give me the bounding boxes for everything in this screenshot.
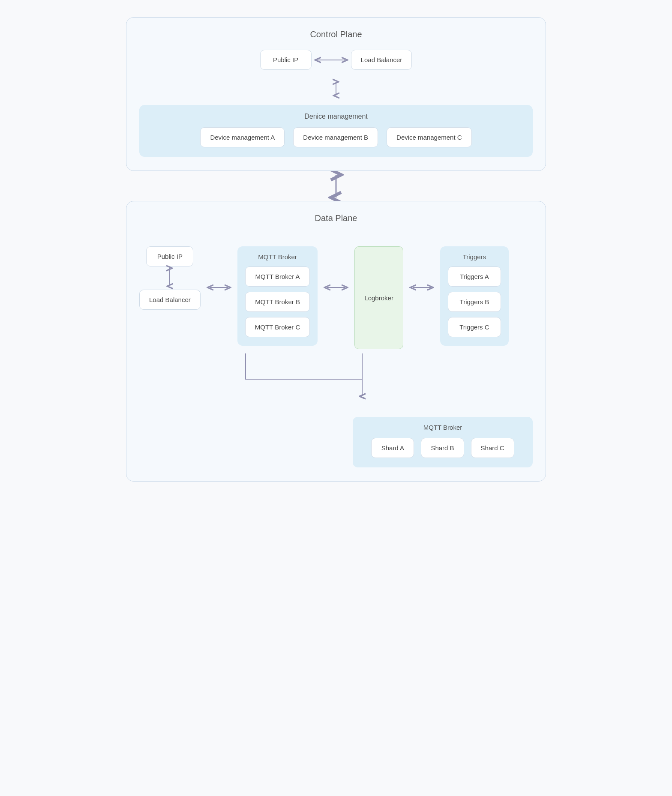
dp-mqtt-lb-arrow [325, 283, 347, 292]
data-plane-label: Data Plane [139, 213, 533, 223]
shard-group: MQTT Broker Shard A Shard B Shard C [353, 417, 533, 467]
device-management-items: Device management A Device management B … [149, 127, 523, 147]
cp-public-ip: Public IP [260, 50, 312, 70]
device-management-a: Device management A [200, 127, 285, 147]
shard-b: Shard B [421, 438, 464, 458]
device-management-b: Device management B [293, 127, 378, 147]
mqtt-broker-group-wrapper: MQTT Broker MQTT Broker A MQTT Broker B … [237, 246, 318, 346]
mqtt-broker-group-label: MQTT Broker [245, 253, 310, 260]
shard-group-label: MQTT Broker [362, 424, 523, 431]
mqtt-broker-a: MQTT Broker A [245, 266, 310, 287]
cp-load-balancer: Load Balancer [351, 50, 412, 70]
shard-items: Shard A Shard B Shard C [362, 438, 523, 458]
dp-left-col: Public IP [139, 246, 201, 310]
logbroker-box: Logbroker [354, 246, 403, 349]
shard-a: Shard A [371, 438, 414, 458]
cp-h-arrow [314, 56, 348, 64]
denice-management-group: Denice management Device management A De… [139, 105, 533, 157]
planes-connector [328, 171, 344, 201]
device-management-c: Device management C [387, 127, 472, 147]
control-plane-box: Control Plane Public IP [126, 17, 546, 171]
triggers-group: Triggers Triggers A Triggers B Triggers … [440, 246, 509, 346]
diagram-wrapper: Control Plane Public IP [126, 17, 546, 482]
dp-public-ip: Public IP [146, 246, 193, 266]
dp-content: Public IP [139, 233, 533, 349]
mqtt-broker-items: MQTT Broker A MQTT Broker B MQTT Broker … [245, 266, 310, 337]
mqtt-broker-b: MQTT Broker B [245, 292, 310, 312]
dp-bottom-section: MQTT Broker Shard A Shard B Shard C [139, 353, 533, 467]
dp-log-trig-arrow [411, 283, 432, 292]
denice-management-label: Denice management [149, 113, 523, 120]
triggers-a: Triggers A [448, 266, 501, 287]
shard-c: Shard C [471, 438, 514, 458]
triggers-items: Triggers A Triggers B Triggers C [448, 266, 501, 337]
dp-lb-mqtt-arrow [208, 283, 230, 292]
bottom-mqtt-area: MQTT Broker Shard A Shard B Shard C [139, 417, 533, 467]
control-plane-label: Control Plane [139, 30, 533, 39]
dp-load-balancer: Load Balancer [139, 290, 201, 310]
mqtt-broker-c: MQTT Broker C [245, 317, 310, 337]
triggers-group-label: Triggers [448, 253, 501, 260]
dp-left-v-arrow [165, 266, 174, 290]
cp-top-row: Public IP Load Balancer [139, 50, 533, 70]
mqtt-broker-group: MQTT Broker MQTT Broker A MQTT Broker B … [237, 246, 318, 346]
data-plane-box: Data Plane Public IP [126, 201, 546, 482]
cp-v-arrow-area [139, 80, 533, 97]
triggers-b: Triggers B [448, 292, 501, 312]
cp-v-arrow-offset [291, 80, 381, 97]
triggers-c: Triggers C [448, 317, 501, 337]
bottom-arrows-svg [139, 353, 533, 405]
